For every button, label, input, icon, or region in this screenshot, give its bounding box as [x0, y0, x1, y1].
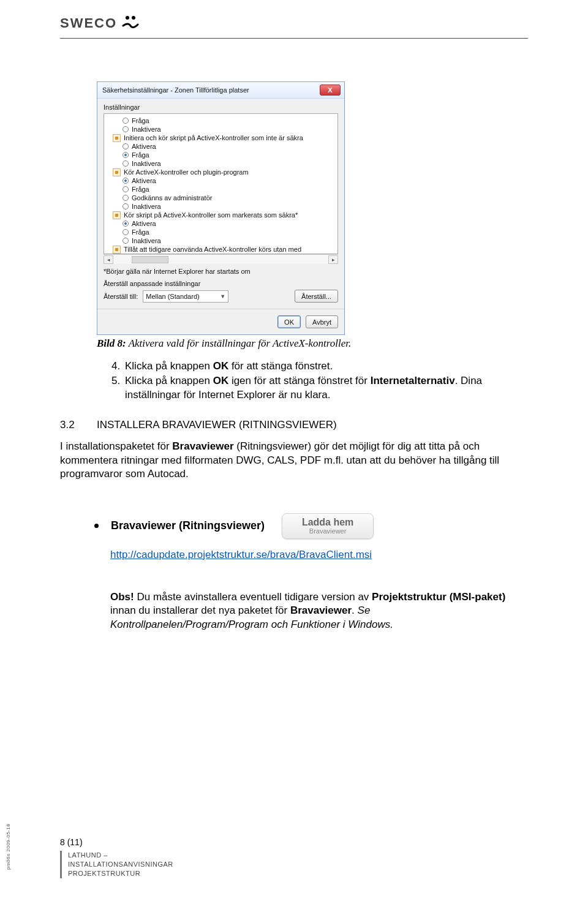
settings-option[interactable]: Inaktivera — [104, 159, 337, 168]
section-paragraph: I installationspaketet för Bravaviewer (… — [60, 440, 528, 481]
logo-icon — [121, 13, 140, 33]
section-icon — [113, 168, 121, 176]
settings-option[interactable]: Inaktivera — [104, 125, 337, 134]
scroll-right-icon[interactable]: ▸ — [328, 255, 338, 264]
option-label: Inaktivera — [132, 160, 161, 167]
download-subtitle: Bravaviewer — [309, 527, 347, 535]
option-label: Kör ActiveX-kontroller och plugin-progra… — [124, 168, 249, 176]
footer-bar — [60, 851, 62, 878]
option-label: Fråga — [132, 186, 149, 193]
radio-icon[interactable] — [123, 143, 129, 149]
option-label: Inaktivera — [132, 126, 161, 133]
download-button[interactable]: Ladda hem Bravaviewer — [282, 513, 374, 539]
obs-paragraph: Obs! Du måste avinstallera eventuell tid… — [110, 590, 514, 631]
cancel-button[interactable]: Avbryt — [306, 315, 338, 328]
dialog-titlebar: Säkerhetsinställningar - Zonen Tillförli… — [97, 82, 344, 99]
page-number: 8 (11) — [60, 837, 173, 847]
option-label: Fråga — [132, 151, 149, 159]
chevron-down-icon: ▼ — [220, 293, 225, 299]
bullet-icon — [94, 524, 99, 528]
option-label: Tillåt att tidigare oanvända ActiveX-kon… — [124, 246, 301, 253]
option-label: Aktivera — [132, 143, 156, 150]
list-item: 4. Klicka på knappen OK för att stänga f… — [111, 360, 528, 373]
settings-option[interactable]: Aktivera — [104, 176, 337, 185]
logo: SWECO — [60, 13, 140, 33]
section-icon — [113, 246, 121, 254]
option-label: Fråga — [132, 117, 149, 124]
option-label: Initiera och kör skript på ActiveX-kontr… — [124, 134, 303, 141]
list-item: 5. Klicka på knappen OK igen för att stä… — [111, 374, 528, 402]
settings-option[interactable]: Inaktivera — [104, 236, 337, 245]
option-label: Inaktivera — [132, 237, 161, 244]
reset-button[interactable]: Återställ... — [295, 290, 338, 303]
radio-icon[interactable] — [123, 118, 129, 124]
svg-point-0 — [126, 16, 129, 20]
page-header: SWECO — [0, 0, 588, 33]
download-title: Ladda hem — [302, 518, 353, 527]
radio-icon[interactable] — [123, 195, 129, 201]
settings-option[interactable]: Inaktivera — [104, 202, 337, 211]
settings-option[interactable]: Godkänns av administratör — [104, 194, 337, 202]
option-label: Kör skript på ActiveX-kontroller som mar… — [124, 211, 298, 219]
section-icon — [113, 211, 121, 219]
option-label: Godkänns av administratör — [132, 194, 212, 202]
option-label: Aktivera — [132, 220, 156, 227]
bullet-row: Bravaviewer (Ritningsviewer) Ladda hem B… — [94, 513, 528, 539]
header-rule — [60, 38, 528, 39]
radio-icon[interactable] — [123, 203, 129, 209]
dialog-title-text: Säkerhetsinställningar - Zonen Tillförli… — [102, 86, 249, 94]
settings-option[interactable]: Fråga — [104, 116, 337, 125]
reset-level-select[interactable]: Mellan (Standard) ▼ — [143, 290, 228, 303]
radio-icon[interactable] — [123, 238, 129, 244]
page-footer: 8 (11) LATHUND – INSTALLATIONSANVISNINGA… — [60, 837, 173, 878]
settings-section: Initiera och kör skript på ActiveX-kontr… — [104, 134, 337, 142]
horizontal-scrollbar[interactable]: ◂ ▸ — [104, 254, 338, 264]
bullet-text: Bravaviewer (Ritningsviewer) — [111, 519, 265, 532]
scroll-left-icon[interactable]: ◂ — [104, 255, 113, 264]
download-link[interactable]: http://cadupdate.projektstruktur.se/brav… — [110, 549, 528, 561]
settings-option[interactable]: Fråga — [104, 185, 337, 194]
side-stamp: pm06s 2009-05-18 — [6, 824, 11, 870]
settings-group-label: Inställningar — [104, 104, 338, 111]
reset-level-value: Mellan (Standard) — [146, 293, 199, 300]
settings-section: Tillåt att tidigare oanvända ActiveX-kon… — [104, 245, 337, 254]
radio-icon[interactable] — [123, 126, 129, 132]
radio-icon[interactable] — [123, 178, 129, 184]
footer-lines: LATHUND – INSTALLATIONSANVISNINGAR PROJE… — [68, 851, 173, 878]
section-icon — [113, 134, 121, 142]
radio-icon[interactable] — [123, 229, 129, 235]
option-label: Inaktivera — [132, 203, 161, 210]
scroll-thumb[interactable] — [132, 256, 168, 263]
restart-note: *Börjar gälla när Internet Explorer har … — [104, 268, 338, 275]
settings-list[interactable]: FrågaInaktiveraInitiera och kör skript p… — [104, 113, 338, 254]
ok-button[interactable]: OK — [277, 315, 301, 328]
logo-text: SWECO — [60, 15, 117, 31]
reset-to-label: Återställ till: — [104, 293, 138, 300]
section-heading: 3.2 INSTALLERA BRAVAVIEWER (RITNINGSVIEW… — [60, 419, 528, 431]
dialog-screenshot: Säkerhetsinställningar - Zonen Tillförli… — [97, 81, 345, 335]
settings-section: Kör ActiveX-kontroller och plugin-progra… — [104, 168, 337, 176]
settings-section: Kör skript på ActiveX-kontroller som mar… — [104, 211, 337, 219]
option-label: Aktivera — [132, 177, 156, 184]
svg-point-1 — [132, 16, 135, 20]
settings-option[interactable]: Aktivera — [104, 142, 337, 151]
radio-icon[interactable] — [123, 220, 129, 227]
settings-option[interactable]: Fråga — [104, 228, 337, 236]
reset-group-label: Återställ anpassade inställningar — [104, 280, 338, 287]
radio-icon[interactable] — [123, 186, 129, 192]
radio-icon[interactable] — [123, 152, 129, 158]
settings-option[interactable]: Fråga — [104, 151, 337, 159]
figure-caption: Bild 8: Aktivera vald för inställningar … — [97, 337, 528, 350]
option-label: Fråga — [132, 228, 149, 236]
close-icon[interactable]: X — [320, 85, 341, 96]
step-list: 4. Klicka på knappen OK för att stänga f… — [111, 360, 528, 402]
settings-option[interactable]: Aktivera — [104, 219, 337, 228]
radio-icon[interactable] — [123, 160, 129, 167]
